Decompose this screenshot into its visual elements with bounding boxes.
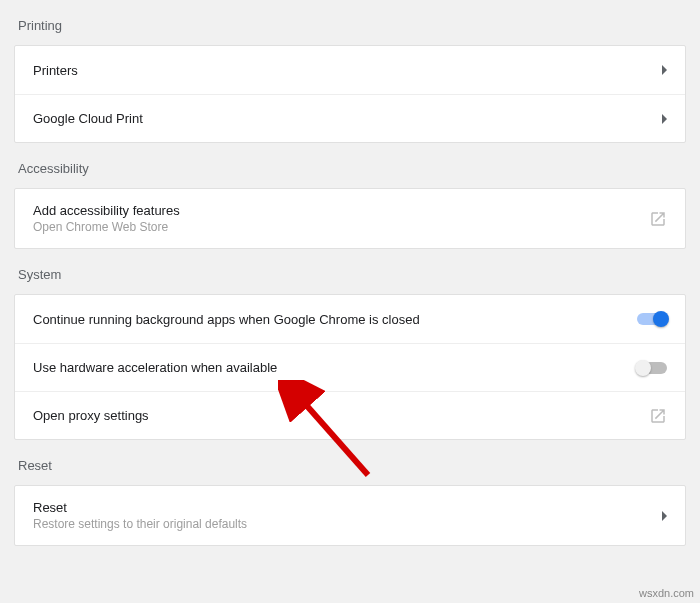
background-apps-toggle[interactable] [637,313,667,325]
external-link-icon [649,210,667,228]
cloud-print-row[interactable]: Google Cloud Print [15,94,685,142]
reset-row[interactable]: Reset Restore settings to their original… [15,486,685,545]
chevron-right-icon [662,511,667,521]
printers-row[interactable]: Printers [15,46,685,94]
reset-card: Reset Restore settings to their original… [14,485,686,546]
background-apps-row[interactable]: Continue running background apps when Go… [15,295,685,343]
proxy-settings-label: Open proxy settings [33,408,149,423]
section-header-system: System [14,249,686,294]
add-accessibility-sub: Open Chrome Web Store [33,220,180,234]
accessibility-card: Add accessibility features Open Chrome W… [14,188,686,249]
proxy-settings-row[interactable]: Open proxy settings [15,391,685,439]
reset-sub: Restore settings to their original defau… [33,517,247,531]
system-card: Continue running background apps when Go… [14,294,686,440]
add-accessibility-row[interactable]: Add accessibility features Open Chrome W… [15,189,685,248]
reset-title: Reset [33,500,247,515]
cloud-print-label: Google Cloud Print [33,111,143,126]
printing-card: Printers Google Cloud Print [14,45,686,143]
section-header-reset: Reset [14,440,686,485]
watermark: wsxdn.com [639,587,694,599]
section-header-printing: Printing [14,0,686,45]
chevron-right-icon [662,114,667,124]
background-apps-label: Continue running background apps when Go… [33,312,420,327]
section-header-accessibility: Accessibility [14,143,686,188]
add-accessibility-title: Add accessibility features [33,203,180,218]
external-link-icon [649,407,667,425]
hardware-accel-row[interactable]: Use hardware acceleration when available [15,343,685,391]
chevron-right-icon [662,65,667,75]
printers-label: Printers [33,63,78,78]
hardware-accel-label: Use hardware acceleration when available [33,360,277,375]
hardware-accel-toggle[interactable] [637,362,667,374]
